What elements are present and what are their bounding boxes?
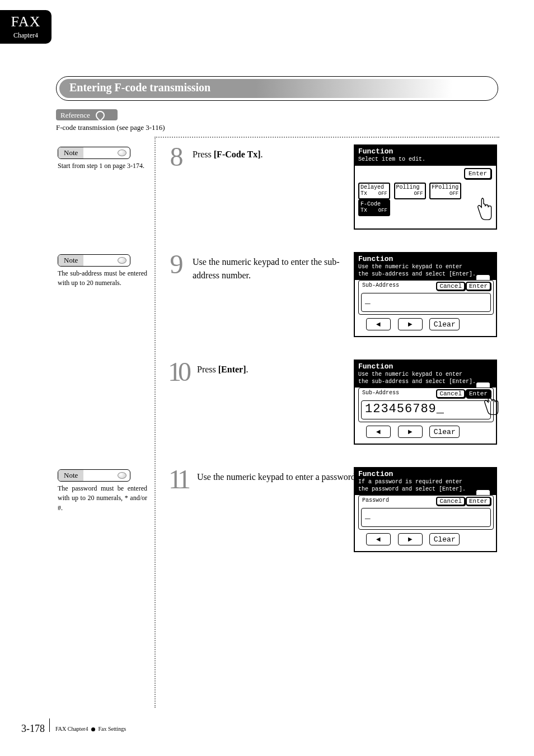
screen-subtitle-1: If a password is required enter	[358, 479, 493, 486]
note-label: Note	[58, 470, 83, 481]
tile-fcode-tx[interactable]: F-Code Tx OFF	[358, 199, 390, 216]
step-text: Use the numeric keypad to enter the sub-…	[189, 251, 357, 282]
page-number: 3-178	[21, 723, 45, 735]
step-text: Press [F-Code Tx].	[189, 143, 357, 170]
pointing-hand-icon	[472, 197, 494, 222]
note-icon	[118, 150, 127, 156]
tile-status: OFF	[378, 192, 387, 197]
step-text-bold: [Enter]	[218, 365, 246, 374]
footer-divider	[49, 718, 50, 732]
step-text-bold: [F-Code Tx]	[214, 150, 261, 159]
screen-subtitle-2: the password and select [Enter].	[358, 486, 493, 493]
dotted-separator-v	[154, 137, 156, 708]
screen-subtitle-1: Use the numeric keypad to enter	[358, 371, 493, 379]
step-text-pre: Press	[193, 150, 214, 159]
tile-label: Polling	[396, 184, 420, 190]
panel-tab-icon	[476, 489, 490, 495]
clear-button[interactable]: Clear	[429, 426, 460, 438]
clear-button[interactable]: Clear	[429, 318, 460, 330]
step-text-pre: Press	[197, 365, 218, 374]
screen-header: Function Use the numeric keypad to enter…	[355, 361, 496, 388]
step-number: 9	[162, 251, 189, 282]
screen-subtitle-2: the sub-address and select [Enter].	[358, 271, 493, 278]
note-badge-2: Note	[58, 254, 130, 267]
screen-subtitle-2: the sub-address and select [Enter].	[358, 379, 493, 386]
bullet-icon	[91, 727, 95, 731]
note-badge-3: Note	[58, 469, 130, 482]
section-title: Entering F-code transmission	[59, 79, 496, 98]
tile-label: FPolling	[432, 184, 458, 190]
note-icon	[118, 257, 127, 264]
left-arrow-button[interactable]: ◄	[366, 318, 391, 330]
input-value: 123456789_	[365, 402, 444, 416]
step-number: 8	[162, 143, 189, 170]
text-input[interactable]: _	[361, 293, 491, 312]
screen-title: Function	[358, 362, 493, 371]
note-icon	[118, 472, 127, 479]
footer-left: FAX Chapter4	[55, 726, 88, 732]
tile-status: OFF	[414, 192, 423, 197]
screen-title: Function	[358, 147, 493, 156]
reference-label: Reference	[60, 111, 90, 120]
right-arrow-button[interactable]: ►	[398, 318, 423, 330]
note-label: Note	[58, 147, 83, 158]
note-text-2: The sub-address must be entered with up …	[58, 269, 147, 288]
tile-delayed-tx[interactable]: Delayed Tx OFF	[358, 183, 390, 199]
fax-tab-title: FAX	[0, 13, 51, 30]
dotted-separator-h	[154, 137, 499, 138]
cancel-button[interactable]: Cancel	[436, 389, 465, 398]
tile-status: OFF	[449, 192, 458, 197]
field-label: Sub-Address	[362, 390, 399, 396]
input-panel: Sub-Address Cancel Enter 123456789_	[358, 388, 494, 422]
screen-title: Function	[358, 255, 493, 264]
lcd-screen-password: Function If a password is required enter…	[354, 467, 497, 552]
fax-tab-chapter: Chapter4	[0, 31, 51, 40]
input-value: _	[365, 511, 371, 521]
step-number: 10	[162, 358, 194, 385]
screen-title: Function	[358, 470, 493, 479]
input-panel: Password Cancel Enter _	[358, 495, 494, 530]
panel-tab-icon	[476, 274, 490, 280]
footer-right: Fax Settings	[98, 726, 126, 732]
screen-header: Function Select item to edit.	[355, 146, 496, 166]
nav-row: ◄ ► Clear	[366, 533, 460, 545]
tile-polling[interactable]: Polling OFF	[394, 183, 426, 199]
cancel-button[interactable]: Cancel	[436, 282, 465, 291]
enter-button-label: Enter	[464, 168, 491, 179]
tile-fpolling[interactable]: FPolling OFF	[429, 183, 461, 199]
field-label: Sub-Address	[362, 282, 399, 288]
enter-button[interactable]: Enter	[466, 282, 491, 291]
footer-text: FAX Chapter4 Fax Settings	[55, 726, 126, 732]
enter-button[interactable]: Enter	[464, 168, 491, 179]
note-text-3: The password must be entered with up to …	[58, 484, 147, 513]
step-text-post: .	[246, 365, 249, 374]
cancel-button[interactable]: Cancel	[436, 497, 465, 506]
screen-subtitle: Select item to edit.	[358, 156, 493, 164]
right-arrow-button[interactable]: ►	[398, 426, 423, 438]
nav-row: ◄ ► Clear	[366, 318, 460, 330]
left-arrow-button[interactable]: ◄	[366, 533, 391, 545]
section-title-frame: Entering F-code transmission	[56, 76, 498, 101]
left-arrow-button[interactable]: ◄	[366, 426, 391, 438]
reference-text: F-code transmission (see page 3-116)	[56, 123, 165, 132]
reference-badge: Reference	[56, 109, 118, 120]
text-input[interactable]: 123456789_	[361, 400, 491, 419]
screen-header: Function Use the numeric keypad to enter…	[355, 253, 496, 280]
step-text: Press [Enter].	[194, 358, 362, 385]
clear-button[interactable]: Clear	[429, 533, 460, 545]
enter-button[interactable]: Enter	[466, 497, 491, 506]
page-footer: 3-178 FAX Chapter4 Fax Settings	[21, 718, 126, 735]
right-arrow-button[interactable]: ►	[398, 533, 423, 545]
tile-status: OFF	[378, 208, 387, 214]
lcd-screen-subaddress-filled: Function Use the numeric keypad to enter…	[354, 360, 497, 445]
step-number: 11	[162, 466, 194, 493]
step-text: Use the numeric keypad to enter a passwo…	[194, 466, 362, 493]
nav-row: ◄ ► Clear	[366, 426, 460, 438]
text-input[interactable]: _	[361, 508, 491, 527]
panel-tab-icon	[476, 382, 490, 388]
lcd-screen-function-select: Function Select item to edit. Enter Dela…	[354, 144, 497, 230]
input-panel: Sub-Address Cancel Enter _	[358, 280, 494, 315]
screen-subtitle-1: Use the numeric keypad to enter	[358, 264, 493, 271]
note-label: Note	[58, 255, 83, 266]
tile-label: F-Code Tx	[360, 201, 381, 213]
